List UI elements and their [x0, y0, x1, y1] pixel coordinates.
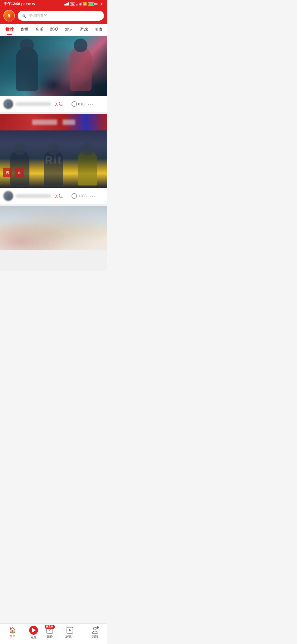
- person-figure-right: [70, 47, 92, 91]
- bar4b: [80, 3, 81, 6]
- video-card-1: 👤 关注 818 ···: [0, 36, 107, 112]
- tab-live[interactable]: 直播: [17, 24, 32, 35]
- top-banner: ████████ ████: [0, 114, 107, 130]
- tab-music[interactable]: 音乐: [32, 24, 47, 35]
- card-info-2: 👤 关注 1203 ···: [0, 188, 107, 204]
- follow-button-1[interactable]: 关注: [53, 102, 64, 107]
- tab-farmer[interactable]: 农人: [62, 24, 76, 35]
- comment-area-2: 1203: [72, 193, 87, 199]
- thumbnail-3[interactable]: [0, 206, 107, 250]
- tab-film[interactable]: 影视: [47, 24, 62, 35]
- rit-watermark: Rit: [45, 154, 62, 166]
- nav-tabs: 推荐 直播 音乐 影视 农人 游戏 美食: [0, 24, 107, 36]
- bar1: [64, 4, 65, 6]
- thumb-overlay-3: [0, 206, 107, 250]
- thumbnail-image-2: ████████ ████ R it Rit: [0, 114, 107, 188]
- bar4: [67, 3, 68, 6]
- battery-percent: 96: [95, 2, 98, 6]
- username-2: [15, 194, 51, 198]
- network-speed: 371K/s: [23, 2, 35, 6]
- hd-badge: HD: [70, 2, 75, 6]
- comment-area-1: 818: [72, 101, 84, 107]
- video-card-3: [0, 206, 107, 250]
- avatar-1: 👤: [3, 99, 13, 109]
- banner-text-2: ████: [63, 120, 75, 125]
- tab-recommend[interactable]: 推荐: [2, 24, 17, 35]
- avatar-2: 👤: [3, 191, 13, 201]
- red-letter-1: R: [3, 168, 12, 177]
- comment-icon-2: [72, 193, 77, 199]
- status-bar: 中午12:06 | 371K/s HD 📶 96 ⚡: [0, 0, 107, 8]
- thumbnail-image-1: [0, 36, 107, 96]
- charging-icon: ⚡: [100, 2, 103, 6]
- app-logo[interactable]: [3, 10, 15, 21]
- status-left: 中午12:06 | 371K/s: [4, 1, 35, 6]
- wifi-icon: 📶: [83, 2, 87, 6]
- tab-food[interactable]: 美食: [91, 24, 106, 35]
- battery-rect: [88, 2, 94, 6]
- username-1: [15, 102, 51, 106]
- status-right: HD 📶 96 ⚡: [64, 2, 103, 6]
- person-yellow: [78, 150, 97, 185]
- bar5b: [81, 2, 82, 6]
- more-button-2[interactable]: ···: [89, 193, 97, 199]
- thumbnail-1[interactable]: [0, 36, 107, 96]
- battery-fill: [89, 3, 93, 5]
- red-text-overlay: R it: [3, 168, 24, 177]
- app-header: 🔍 搜你想看的: [0, 8, 107, 24]
- bottom-spacer: [0, 252, 107, 271]
- thumb-overlay-1: [0, 36, 107, 96]
- comment-count-1: 818: [78, 102, 84, 106]
- signal-icon-2: [76, 2, 82, 6]
- search-placeholder: 搜你想看的: [28, 13, 48, 18]
- comment-icon-1: [72, 101, 77, 107]
- search-icon: 🔍: [21, 13, 26, 18]
- bar5: [68, 2, 69, 6]
- bar3: [66, 3, 67, 6]
- signal-icon: [64, 2, 69, 6]
- bar3b: [79, 3, 79, 6]
- red-letter-2: it: [15, 168, 24, 177]
- banner-text: ████████: [32, 120, 57, 125]
- thumbnail-2[interactable]: ████████ ████ R it Rit: [0, 114, 107, 188]
- bar2: [65, 4, 66, 6]
- feed-container: 👤 关注 818 ··· ████████ ████: [0, 36, 107, 271]
- tab-game[interactable]: 游戏: [76, 24, 91, 35]
- comment-count-2: 1203: [78, 194, 87, 198]
- card-info-1: 👤 关注 818 ···: [0, 96, 107, 112]
- bar1b: [76, 4, 77, 6]
- battery-indicator: [88, 2, 94, 6]
- thumb-overlay-2: ████████ ████ R it Rit: [0, 114, 107, 188]
- video-card-2: ████████ ████ R it Rit 👤: [0, 114, 107, 204]
- more-button-1[interactable]: ···: [87, 101, 95, 107]
- bar2b: [78, 4, 78, 6]
- time-text: 中午12:06: [4, 1, 20, 6]
- search-bar[interactable]: 🔍 搜你想看的: [18, 11, 104, 21]
- follow-button-2[interactable]: 关注: [53, 193, 64, 199]
- separator: |: [21, 2, 22, 6]
- person-figure-left: [16, 47, 38, 91]
- thumbnail-image-3: [0, 206, 107, 250]
